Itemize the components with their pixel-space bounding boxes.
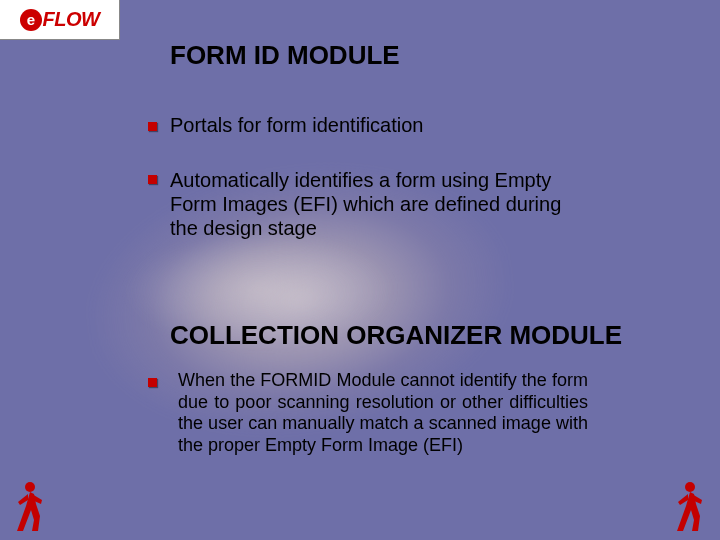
logo-word: FLOW bbox=[43, 8, 100, 30]
svg-point-1 bbox=[685, 482, 695, 492]
walker-icon bbox=[12, 480, 48, 532]
bullet-text-2: Automatically identifies a form using Em… bbox=[170, 168, 580, 240]
heading-collection-organizer-module: COLLECTION ORGANIZER MODULE bbox=[170, 320, 622, 351]
bullet-icon bbox=[148, 175, 157, 184]
logo-badge: e bbox=[20, 9, 42, 31]
bullet-text-1: Portals for form identification bbox=[170, 114, 423, 137]
bullet-icon bbox=[148, 378, 157, 387]
bullet-text-3: When the FORMID Module cannot identify t… bbox=[178, 370, 588, 456]
logo: eFLOW bbox=[0, 0, 120, 40]
logo-text: eFLOW bbox=[20, 8, 100, 32]
bullet-icon bbox=[148, 122, 157, 131]
svg-point-0 bbox=[25, 482, 35, 492]
walker-icon bbox=[672, 480, 708, 532]
heading-form-id-module: FORM ID MODULE bbox=[170, 40, 400, 71]
